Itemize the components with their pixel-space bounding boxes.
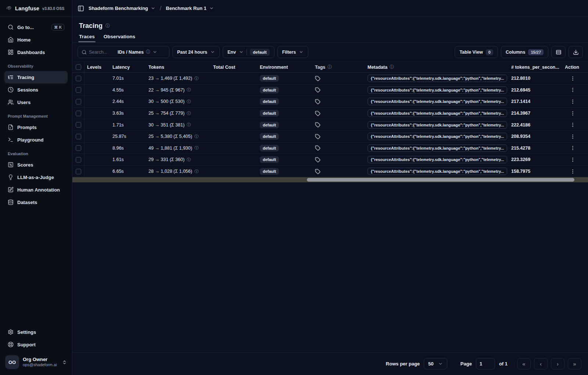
last-page-button[interactable]: »: [568, 358, 581, 369]
breadcrumb-project[interactable]: Shadeform Benchmarking: [89, 6, 155, 11]
percent-box-icon: [8, 162, 14, 168]
metadata-cell[interactable]: {"resourceAttributes":{"telemetry.sdk.la…: [366, 143, 510, 154]
tags-cell[interactable]: [312, 73, 366, 84]
row-checkbox[interactable]: [72, 166, 85, 177]
breadcrumb-run[interactable]: Benchmark Run 1: [166, 6, 214, 11]
user-menu[interactable]: OO Org Owner ops@shadeform.ai: [0, 351, 72, 375]
tokens-per-second-cell: 158.7975: [510, 166, 563, 177]
select-all-checkbox[interactable]: [72, 62, 85, 72]
main-area: Shadeform Benchmarking / Benchmark Run 1…: [72, 0, 588, 375]
table-view-button[interactable]: Table View 0: [455, 46, 498, 58]
sidebar-item-tracing[interactable]: Tracing: [4, 71, 68, 83]
scrollbar-thumb[interactable]: [307, 178, 574, 182]
pagination-bar: Rows per page 50 Page of 1 « ‹ › »: [72, 352, 588, 375]
metadata-cell[interactable]: {"resourceAttributes":{"telemetry.sdk.la…: [366, 96, 510, 107]
metadata-cell[interactable]: {"resourceAttributes":{"telemetry.sdk.la…: [366, 108, 510, 119]
prev-page-button[interactable]: ‹: [534, 358, 548, 369]
columns-button[interactable]: Columns 15/27: [501, 46, 548, 58]
row-actions-button[interactable]: [563, 96, 588, 107]
row-checkbox[interactable]: [72, 154, 85, 165]
row-checkbox[interactable]: [72, 73, 85, 84]
row-actions-button[interactable]: [563, 85, 588, 96]
row-actions-button[interactable]: [563, 154, 588, 165]
row-actions-button[interactable]: [563, 73, 588, 84]
table-row[interactable]: 25.87s 25 → 5,380 (Σ 5,405) ⓘ default {"…: [72, 131, 588, 143]
row-actions-button[interactable]: [563, 119, 588, 131]
search-type-label[interactable]: IDs / Names: [118, 50, 144, 55]
row-actions-button[interactable]: [563, 143, 588, 154]
export-button[interactable]: [569, 46, 583, 58]
table-row[interactable]: 1.61s 29 → 331 (Σ 360) ⓘ default {"resou…: [72, 154, 588, 166]
row-checkbox[interactable]: [72, 131, 85, 142]
metadata-cell[interactable]: {"resourceAttributes":{"telemetry.sdk.la…: [366, 154, 510, 165]
env-filter-button[interactable]: Env default: [223, 46, 275, 58]
row-checkbox[interactable]: [72, 85, 85, 96]
col-total-cost[interactable]: Total Cost: [212, 62, 258, 72]
col-tags[interactable]: Tags ⓘ: [312, 62, 366, 72]
table-row[interactable]: 7.01s 23 → 1,469 (Σ 1,492) ⓘ default {"r…: [72, 73, 588, 85]
table-row[interactable]: 4.55s 22 → 945 (Σ 967) ⓘ default {"resou…: [72, 85, 588, 96]
col-tokens-per-second[interactable]: # tokens_per_secon...: [510, 62, 563, 72]
row-actions-button[interactable]: [563, 108, 588, 119]
sidebar-item-users[interactable]: Users: [4, 96, 68, 108]
tags-cell[interactable]: [312, 166, 366, 177]
row-checkbox[interactable]: [72, 119, 85, 131]
sidebar-item-settings[interactable]: Settings: [4, 326, 68, 338]
sidebar-item-human-annotation[interactable]: Human Annotation: [4, 183, 68, 196]
time-range-button[interactable]: Past 24 hours: [172, 46, 220, 58]
next-page-button[interactable]: ›: [551, 358, 564, 369]
filters-button[interactable]: Filters: [277, 46, 309, 58]
horizontal-scrollbar[interactable]: [72, 177, 588, 182]
chevrons-up-down-icon: [62, 360, 67, 365]
sidebar-toggle-button[interactable]: [78, 5, 84, 12]
environment-badge: default: [260, 156, 279, 163]
rows-per-page-select[interactable]: 50: [424, 358, 447, 369]
tags-cell[interactable]: [312, 119, 366, 131]
tags-cell[interactable]: [312, 108, 366, 119]
tab-observations[interactable]: Observations: [104, 34, 135, 42]
row-checkbox[interactable]: [72, 143, 85, 154]
environment-badge: default: [260, 145, 279, 151]
first-page-button[interactable]: «: [517, 358, 531, 369]
row-height-button[interactable]: [551, 46, 566, 58]
table-row[interactable]: 1.71s 30 → 351 (Σ 381) ⓘ default {"resou…: [72, 119, 588, 131]
page-number-input[interactable]: [476, 358, 495, 369]
sidebar-item-support[interactable]: Support: [4, 338, 68, 351]
sidebar-item-dashboards[interactable]: Dashboards: [4, 46, 68, 58]
metadata-cell[interactable]: {"resourceAttributes":{"telemetry.sdk.la…: [366, 166, 510, 177]
table-row[interactable]: 3.63s 25 → 754 (Σ 779) ⓘ default {"resou…: [72, 108, 588, 119]
col-environment[interactable]: Environment: [258, 62, 312, 72]
sidebar-item-sessions[interactable]: Sessions: [4, 83, 68, 96]
row-checkbox[interactable]: [72, 96, 85, 107]
goto-search[interactable]: Go to... ⌘ K: [4, 21, 68, 33]
table-row[interactable]: 6.65s 28 → 1,028 (Σ 1,056) ⓘ default {"r…: [72, 166, 588, 178]
tags-cell[interactable]: [312, 143, 366, 154]
col-latency[interactable]: Latency: [111, 62, 147, 72]
sidebar-item-prompts[interactable]: Prompts: [4, 121, 68, 133]
row-actions-button[interactable]: [563, 166, 588, 177]
sidebar-item-datasets[interactable]: Datasets: [4, 196, 68, 208]
table-row[interactable]: 2.44s 30 → 500 (Σ 530) ⓘ default {"resou…: [72, 96, 588, 108]
tab-traces[interactable]: Traces: [79, 34, 95, 42]
table-row[interactable]: 8.96s 49 → 1,881 (Σ 1,930) ⓘ default {"r…: [72, 143, 588, 154]
tags-cell[interactable]: [312, 154, 366, 165]
metadata-cell[interactable]: {"resourceAttributes":{"telemetry.sdk.la…: [366, 131, 510, 142]
col-levels[interactable]: Levels: [85, 62, 111, 72]
metadata-cell[interactable]: {"resourceAttributes":{"telemetry.sdk.la…: [366, 85, 510, 96]
metadata-cell[interactable]: {"resourceAttributes":{"telemetry.sdk.la…: [366, 119, 510, 131]
col-tokens[interactable]: Tokens: [147, 62, 212, 72]
col-metadata[interactable]: Metadata ⓘ: [366, 62, 510, 72]
sidebar-item-scores[interactable]: Scores: [4, 158, 68, 171]
users-icon: [8, 99, 14, 105]
sidebar-item-llm-judge[interactable]: LLM-as-a-Judge: [4, 171, 68, 183]
tags-cell[interactable]: [312, 131, 366, 142]
search-input[interactable]: [89, 50, 115, 55]
tags-cell[interactable]: [312, 85, 366, 96]
sidebar-item-home[interactable]: Home: [4, 33, 68, 46]
tags-cell[interactable]: [312, 96, 366, 107]
row-actions-button[interactable]: [563, 131, 588, 142]
sidebar-item-playground[interactable]: Playground: [4, 133, 68, 146]
row-checkbox[interactable]: [72, 108, 85, 119]
metadata-cell[interactable]: {"resourceAttributes":{"telemetry.sdk.la…: [366, 73, 510, 84]
search-box[interactable]: IDs / Names ⓘ: [78, 46, 169, 58]
